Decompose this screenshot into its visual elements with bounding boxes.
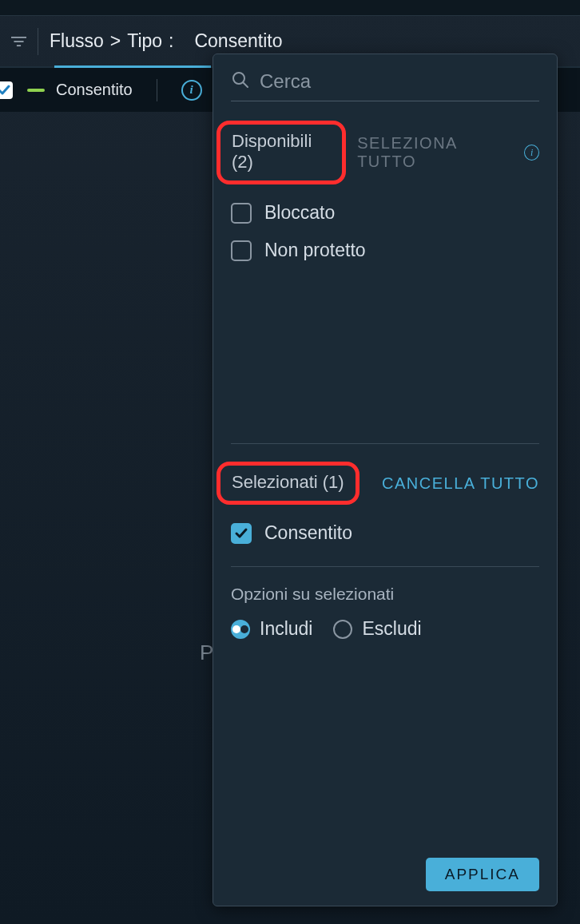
radio-label: Escludi: [362, 618, 421, 640]
breadcrumb-colon: :: [169, 30, 173, 52]
radio-button[interactable]: [333, 620, 352, 639]
status-color-indicator: [27, 89, 45, 92]
breadcrumb-value[interactable]: Consentito: [194, 30, 282, 52]
option-label: Consentito: [264, 522, 352, 544]
dropdown-footer: APPLICA: [231, 858, 539, 891]
option-non-protetto[interactable]: Non protetto: [231, 240, 539, 261]
radio-button-selected[interactable]: [231, 620, 250, 639]
options-on-selected: Opzioni su selezionati Includi Escludi: [231, 585, 539, 640]
radio-label: Includi: [260, 618, 312, 640]
breadcrumb-active-underline: [54, 65, 211, 68]
status-checkbox[interactable]: [0, 81, 13, 99]
search-row: [231, 70, 539, 101]
section-divider: [231, 443, 539, 444]
filter-icon[interactable]: [11, 28, 38, 55]
option-label: Non protetto: [264, 240, 366, 261]
option-bloccato[interactable]: Bloccato: [231, 202, 539, 224]
option-label: Bloccato: [264, 202, 335, 224]
options-on-selected-title: Opzioni su selezionati: [231, 585, 539, 604]
filter-dropdown: Disponibili (2) SELEZIONA TUTTO i Blocca…: [213, 54, 558, 906]
checkbox[interactable]: [231, 203, 252, 224]
svg-line-4: [243, 82, 248, 87]
selected-count-label: Selezionati (1): [232, 472, 344, 492]
available-count-highlight: Disponibili (2): [217, 121, 346, 184]
available-count-label: Disponibili (2): [232, 131, 312, 172]
radio-exclude[interactable]: Escludi: [333, 618, 421, 640]
breadcrumb: Flusso > Tipo : Consentito: [50, 30, 282, 52]
apply-button[interactable]: APPLICA: [426, 858, 539, 891]
status-label: Consentito: [56, 81, 133, 99]
checkbox-checked[interactable]: [231, 523, 252, 544]
radio-include[interactable]: Includi: [231, 618, 312, 640]
background-letter: P: [200, 640, 213, 665]
search-icon: [231, 70, 250, 93]
option-consentito[interactable]: Consentito: [231, 522, 539, 544]
select-all-link[interactable]: SELEZIONA TUTTO: [357, 134, 510, 171]
divider: [157, 79, 157, 101]
checkbox[interactable]: [231, 240, 252, 261]
info-icon[interactable]: i: [524, 145, 539, 161]
selected-section: Selezionati (1) CANCELLA TUTTO Consentit…: [231, 462, 539, 640]
top-bar: [0, 0, 580, 16]
breadcrumb-path2[interactable]: Tipo: [127, 30, 162, 52]
selected-count-highlight: Selezionati (1): [217, 462, 360, 505]
clear-all-link[interactable]: CANCELLA TUTTO: [382, 474, 539, 493]
section-divider: [231, 566, 539, 567]
available-section: Disponibili (2) SELEZIONA TUTTO i Blocca…: [231, 121, 539, 261]
info-icon[interactable]: i: [181, 80, 202, 101]
breadcrumb-sep: >: [110, 30, 121, 52]
search-input[interactable]: [260, 70, 539, 93]
breadcrumb-path1[interactable]: Flusso: [50, 30, 104, 52]
available-options: Bloccato Non protetto: [231, 202, 539, 261]
selected-options: Consentito: [231, 522, 539, 544]
